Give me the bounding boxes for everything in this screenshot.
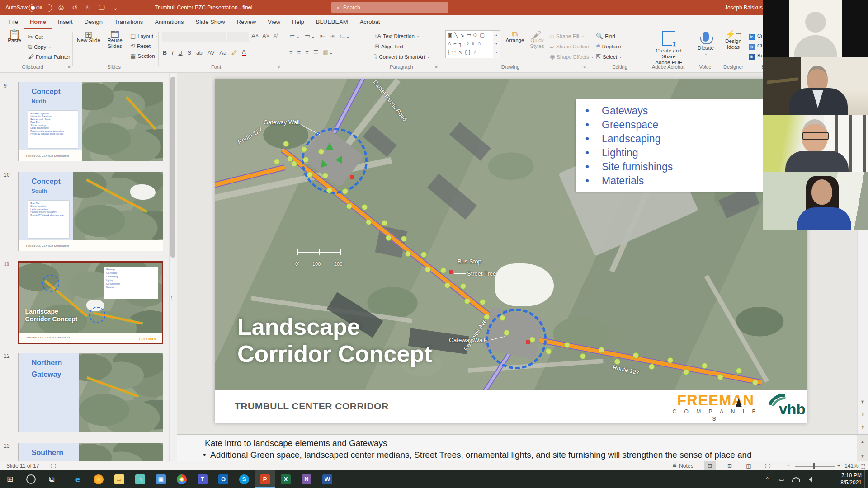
tab-help[interactable]: Help xyxy=(286,15,310,29)
drawing-dialog-launcher[interactable]: ⇲ xyxy=(582,65,586,69)
reset-button[interactable]: ⟲Reset xyxy=(130,42,151,49)
reading-view-icon[interactable]: ◫ xyxy=(743,461,755,470)
account-user-name[interactable]: Joseph Balskus xyxy=(725,0,763,15)
normal-view-icon[interactable]: ⊡ xyxy=(704,461,716,470)
taskbar-firefox[interactable] xyxy=(89,470,108,488)
shrink-font-icon[interactable]: A˅ xyxy=(262,33,269,39)
create-pdf-button[interactable]: Create and Share Adobe PDF xyxy=(653,31,684,66)
taskbar-file-explorer[interactable]: ▱ xyxy=(109,470,129,488)
tray-wifi-icon[interactable] xyxy=(789,470,803,488)
notes-toggle-button[interactable]: ≝Notes xyxy=(672,461,693,470)
webcam-tile-3[interactable] xyxy=(763,115,868,172)
shape-effects-button[interactable]: ◉Shape Effects⌄ xyxy=(550,53,594,60)
convert-smartart-button[interactable]: ⤵Convert to SmartArt⌄ xyxy=(374,53,430,60)
tab-view[interactable]: View xyxy=(262,15,286,29)
find-button[interactable]: 🔍Find xyxy=(596,33,615,39)
font-dialog-launcher[interactable]: ⇲ xyxy=(277,65,280,69)
taskbar-outlook[interactable]: O xyxy=(213,470,233,488)
tab-transitions[interactable]: Transitions xyxy=(108,15,149,29)
slide-bullet-box[interactable]: Gateways Greenspace Landscaping Lighting… xyxy=(576,99,763,192)
bullets-button[interactable]: ≔⌄ xyxy=(289,33,300,39)
zoom-slider-thumb[interactable] xyxy=(813,463,815,469)
thumbnail-slide-12[interactable]: Northern Gateway xyxy=(18,353,163,432)
show-desktop-button[interactable] xyxy=(864,470,868,488)
title-dropdown-icon[interactable]: ▾ xyxy=(248,0,250,15)
quick-styles-button[interactable]: 🖌 Quick Styles xyxy=(527,32,547,49)
slideshow-view-icon[interactable]: 🖵 xyxy=(762,461,774,470)
display-icon[interactable]: 🖵 xyxy=(51,461,56,470)
arrange-button[interactable]: ⧉ Arrange⌄ xyxy=(503,32,527,49)
char-spacing-button[interactable]: AV xyxy=(208,50,215,56)
start-button[interactable]: ⊞ xyxy=(0,470,20,488)
grow-font-icon[interactable]: A˄ xyxy=(251,33,259,39)
taskbar-powerpoint-active[interactable]: P xyxy=(255,470,275,488)
taskbar-photos[interactable]: ▣ xyxy=(151,470,171,488)
taskbar-store[interactable]: ⌂ xyxy=(130,470,150,488)
next-slide-button[interactable]: ⇟ xyxy=(859,422,867,432)
numbering-button[interactable]: ≕⌄ xyxy=(305,33,316,39)
tab-home[interactable]: Home xyxy=(24,15,52,29)
tab-acrobat[interactable]: Acrobat xyxy=(354,15,386,29)
font-color-button[interactable]: A xyxy=(242,49,245,56)
clipboard-dialog-launcher[interactable]: ⇲ xyxy=(67,65,71,69)
customize-qat-icon[interactable]: ⌄ xyxy=(109,0,121,15)
tab-animations[interactable]: Animations xyxy=(149,15,189,29)
zoom-slider[interactable] xyxy=(795,466,835,467)
tray-volume-icon[interactable] xyxy=(804,470,817,488)
zoom-level[interactable]: 141% xyxy=(844,461,859,470)
panel-resize-handle[interactable]: ⁞ xyxy=(171,296,172,301)
save-icon[interactable]: ⎙ xyxy=(55,0,67,15)
shape-outline-button[interactable]: ▱Shape Outline⌄ xyxy=(550,43,594,50)
autosave-toggle[interactable]: Off xyxy=(29,4,52,12)
undo-icon[interactable]: ↺ xyxy=(69,0,80,15)
format-painter-button[interactable]: 🖌Format Painter xyxy=(28,53,70,60)
align-left-button[interactable]: ≡ xyxy=(289,49,293,56)
zoom-out-icon[interactable]: − xyxy=(787,461,790,470)
underline-button[interactable]: U xyxy=(179,50,183,56)
task-view-button[interactable]: ⧉ xyxy=(42,470,61,488)
taskbar-chrome[interactable] xyxy=(172,470,192,488)
clear-format-icon[interactable]: A̸ xyxy=(273,33,277,39)
scroll-down-icon[interactable]: ▼ xyxy=(859,397,867,407)
taskbar-onenote[interactable]: N xyxy=(297,470,316,488)
align-right-button[interactable]: ≡ xyxy=(305,49,309,56)
italic-button[interactable]: I xyxy=(172,50,173,56)
change-case-button[interactable]: Aa xyxy=(220,50,226,56)
justify-button[interactable]: ☰ xyxy=(313,49,319,56)
layout-button[interactable]: ▤Layout⌄ xyxy=(130,33,158,39)
zoom-in-icon[interactable]: + xyxy=(837,461,840,470)
start-slideshow-icon[interactable]: 🖵 xyxy=(96,0,108,15)
webcam-tile-2[interactable] xyxy=(763,57,868,115)
replace-button[interactable]: ᵃᵇReplace⌄ xyxy=(596,43,626,50)
thumbnail-slide-10[interactable]: Concept South Road DietShorter crossings… xyxy=(18,172,163,251)
highlight-color-button[interactable]: 🖉 xyxy=(231,50,237,56)
notes-scroll-up-icon[interactable]: ▲ xyxy=(859,436,867,446)
taskbar-word[interactable]: W xyxy=(317,470,337,488)
tray-battery-icon[interactable]: ▭ xyxy=(775,470,788,488)
shape-gallery-scroll[interactable]: ▲▼▼ xyxy=(493,30,500,58)
reuse-slides-button[interactable]: 🗔 Reuse Slides xyxy=(103,32,127,49)
tab-slideshow[interactable]: Slide Show xyxy=(189,15,231,29)
slide-canvas[interactable]: 0' 100' 200' Gateway Wall Route 127 Dani… xyxy=(215,79,807,423)
tab-bluebeam[interactable]: BLUEBEAM xyxy=(310,15,354,29)
paste-button[interactable]: 📋 Paste⌄ xyxy=(5,32,24,49)
search-box[interactable]: ⌕ Search xyxy=(331,2,448,13)
taskbar-teams[interactable]: T xyxy=(193,470,212,488)
thumbnail-slide-9[interactable]: Concept North Address CongestionIntersec… xyxy=(18,82,163,161)
previous-slide-button[interactable]: ⇞ xyxy=(859,409,867,419)
tab-review[interactable]: Review xyxy=(231,15,262,29)
cortana-search-button[interactable] xyxy=(21,470,41,488)
font-name-input[interactable]: ⌄ xyxy=(162,32,226,42)
line-spacing-button[interactable]: ↕≡⌄ xyxy=(339,33,350,39)
notes-pane[interactable]: Kate intro to landscape elements and Gat… xyxy=(177,435,857,461)
tab-file[interactable]: File xyxy=(3,15,24,29)
taskbar-clock[interactable]: 7:10 PM 8/5/2021 xyxy=(840,472,862,486)
thumbnail-slide-13[interactable]: Southern xyxy=(18,443,163,461)
bold-button[interactable]: B xyxy=(163,50,167,56)
tab-design[interactable]: Design xyxy=(79,15,108,29)
taskbar-skype[interactable]: S xyxy=(234,470,254,488)
shape-gallery[interactable]: ▣ ╲ ↘ ▭ ⬭ ▢ △ ⌐ ┐ ⇨ ⇩ ⌂ ⟆ ◠ ∿ { } ☆ xyxy=(445,30,495,58)
new-slide-button[interactable]: ⊞ New Slide⌄ xyxy=(77,32,100,49)
select-button[interactable]: ⇱Select⌄ xyxy=(596,53,622,60)
taskbar-excel[interactable]: X xyxy=(276,470,296,488)
